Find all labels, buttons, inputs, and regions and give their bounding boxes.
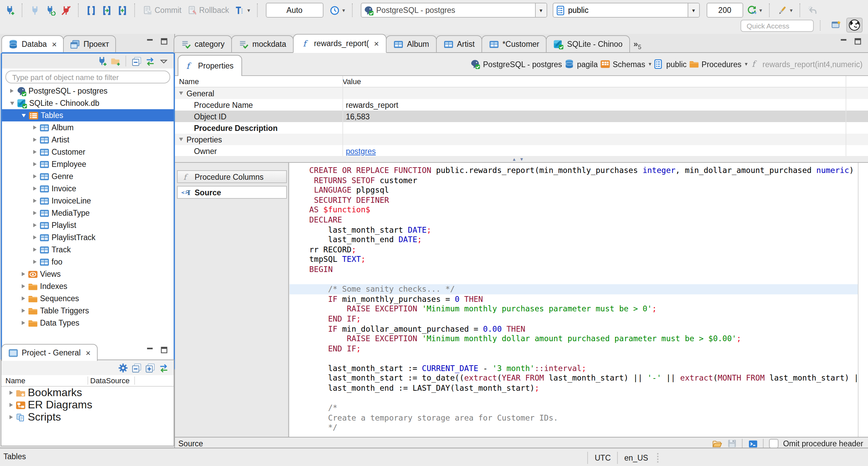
- code-line[interactable]: LANGUAGE plpgsql: [290, 185, 858, 195]
- code-line[interactable]: RETURNS SETOF customer: [290, 175, 858, 185]
- chevron-right-icon[interactable]: [33, 260, 37, 264]
- editor-tab-album[interactable]: Album: [386, 35, 436, 52]
- code-line[interactable]: AS $function$: [290, 205, 858, 215]
- code-line[interactable]: last_month_start := CURRENT_DATE - '3 mo…: [290, 364, 858, 373]
- tree-item-indexes[interactable]: Indexes: [2, 280, 174, 292]
- back-button[interactable]: [806, 2, 820, 18]
- tree-item-album[interactable]: Album: [2, 121, 174, 134]
- page-tab-source[interactable]: <>TSource: [177, 186, 287, 199]
- chevron-down-icon[interactable]: [179, 92, 183, 95]
- chevron-right-icon[interactable]: [22, 272, 25, 276]
- code-line[interactable]: last_month_end := LAST_DAY(last_month_st…: [290, 383, 858, 393]
- breadcrumb-rewards-report-int4-numeric[interactable]: frewards_report(int4,numeric): [750, 59, 863, 69]
- chevron-down-icon[interactable]: [10, 101, 14, 105]
- tab-properties[interactable]: fProperties: [178, 55, 242, 76]
- close-icon[interactable]: ✕: [374, 40, 379, 47]
- chevron-right-icon[interactable]: [22, 309, 25, 313]
- dbeaver-perspective-button[interactable]: [846, 18, 863, 33]
- database-select-combo[interactable]: PostgreSQL - postgres▼: [361, 3, 547, 18]
- commit-button[interactable]: Commit: [140, 2, 183, 18]
- sql-source-viewer[interactable]: CREATE OR REPLACE FUNCTION public.reward…: [290, 163, 868, 437]
- project-item-scripts[interactable]: Scripts: [1, 411, 174, 423]
- chevron-down-icon[interactable]: [22, 114, 26, 117]
- tab-project-general[interactable]: Project - General✕: [1, 344, 98, 361]
- code-line[interactable]: [290, 274, 858, 284]
- code-line[interactable]: [290, 393, 858, 403]
- code-line[interactable]: CREATE OR REPLACE FUNCTION public.reward…: [290, 166, 858, 175]
- chevron-right-icon[interactable]: [33, 199, 37, 203]
- editor-tab-customer[interactable]: *Customer: [481, 35, 547, 52]
- tree-item-employee[interactable]: Employee: [2, 158, 174, 170]
- chevron-right-icon[interactable]: [33, 125, 37, 130]
- reconnect-button[interactable]: [43, 2, 58, 18]
- scrollbar-gutter[interactable]: [858, 163, 868, 437]
- editor-tab-artist[interactable]: Artist: [436, 35, 482, 52]
- breadcrumb-procedures[interactable]: Procedures▾: [689, 59, 748, 69]
- tree-item-artist[interactable]: Artist: [2, 134, 174, 146]
- tree-item-views[interactable]: Views: [2, 268, 174, 280]
- omit-procedure-header-checkbox[interactable]: [769, 439, 778, 448]
- properties-source-splitter[interactable]: ▲ ▼: [175, 156, 868, 162]
- tree-item-playlisttrack[interactable]: PlaylistTrack: [2, 231, 174, 244]
- chevron-right-icon[interactable]: [9, 403, 13, 407]
- editor-tab-rewards-report[interactable]: frewards_report(✕: [293, 34, 387, 53]
- chevron-right-icon[interactable]: [33, 150, 37, 154]
- quick-access-input[interactable]: Quick Access: [741, 20, 814, 32]
- link-with-editor-button[interactable]: [159, 360, 169, 376]
- minimize-view-button[interactable]: [146, 342, 154, 358]
- code-line[interactable]: last_month_start := to_date((extract(YEA…: [290, 373, 858, 383]
- code-line[interactable]: last_month_end DATE;: [290, 235, 858, 245]
- chevron-right-icon[interactable]: [33, 248, 37, 252]
- tree-item-customer[interactable]: Customer: [2, 146, 174, 158]
- chevron-right-icon[interactable]: [22, 321, 25, 325]
- code-line[interactable]: IF min_dollar_amount_purchased = 0.00 TH…: [290, 324, 858, 334]
- close-icon[interactable]: ✕: [85, 349, 91, 356]
- code-line[interactable]: DECLARE: [290, 215, 858, 225]
- tree-item-tables[interactable]: Tables: [2, 109, 174, 121]
- view-tab-проект[interactable]: Проект: [63, 35, 116, 52]
- tree-item-foo[interactable]: foo: [2, 256, 174, 268]
- grid-column-divider[interactable]: [342, 76, 343, 156]
- link-with-editor-button[interactable]: [145, 53, 155, 69]
- close-icon[interactable]: ✕: [52, 40, 57, 48]
- timezone-label[interactable]: UTC: [595, 453, 611, 462]
- splitter-down-icon[interactable]: ▼: [519, 156, 524, 162]
- page-tab-procedure-columns[interactable]: fProcedure Columns: [177, 170, 287, 183]
- maximize-editor-button[interactable]: [854, 33, 862, 50]
- rollback-button[interactable]: Rollback: [185, 2, 231, 18]
- chevron-right-icon[interactable]: [33, 223, 37, 227]
- new-sql-editor-button[interactable]: [115, 2, 130, 18]
- tree-item-invoice[interactable]: Invoice: [2, 182, 174, 195]
- breadcrumb-pagila[interactable]: pagila: [564, 59, 598, 69]
- tree-item-track[interactable]: Track: [2, 244, 174, 256]
- breadcrumb-schemas[interactable]: Schemas▾: [600, 59, 651, 69]
- property-row-owner[interactable]: Ownerpostgres: [175, 145, 868, 156]
- editor-tab-mockdata[interactable]: mockdata: [231, 35, 294, 52]
- project-item-er-diagrams[interactable]: ER Diagrams: [1, 399, 174, 411]
- property-row-procedure-name[interactable]: Procedure Namerewards_report: [175, 99, 868, 111]
- code-line[interactable]: last_month_start DATE;: [290, 225, 858, 235]
- property-row-procedure-description[interactable]: Procedure Description: [175, 122, 868, 134]
- generate-mock-data-button[interactable]: ▾: [775, 2, 795, 18]
- code-line[interactable]: [290, 354, 858, 364]
- tab-overflow-button[interactable]: »5: [633, 39, 641, 52]
- code-line[interactable]: BEGIN: [290, 265, 858, 274]
- transaction-history-button[interactable]: ▾: [328, 2, 347, 18]
- column-datasource[interactable]: DataSource: [88, 376, 135, 385]
- chevron-right-icon[interactable]: [9, 391, 13, 395]
- code-line[interactable]: /* Some sanity checks... */: [290, 284, 858, 294]
- code-line[interactable]: */: [290, 423, 858, 433]
- tree-item-genre[interactable]: Genre: [2, 170, 174, 182]
- chevron-right-icon[interactable]: [33, 138, 37, 142]
- connect-button[interactable]: [28, 2, 42, 18]
- tree-item-table-triggers[interactable]: Table Triggers: [2, 305, 174, 317]
- settings-gear-button[interactable]: [118, 360, 128, 376]
- code-line[interactable]: Create a temporary storage area for Cust…: [290, 413, 858, 423]
- tree-item-sequences[interactable]: Sequences: [2, 292, 174, 305]
- tree-item-invoiceline[interactable]: InvoiceLine: [2, 195, 174, 207]
- property-row-object-id[interactable]: Object ID16,583: [175, 111, 868, 122]
- code-line[interactable]: END IF;: [290, 314, 858, 324]
- chevron-right-icon[interactable]: [10, 89, 14, 93]
- chevron-right-icon[interactable]: [33, 235, 37, 239]
- collapse-all-button[interactable]: [132, 53, 142, 69]
